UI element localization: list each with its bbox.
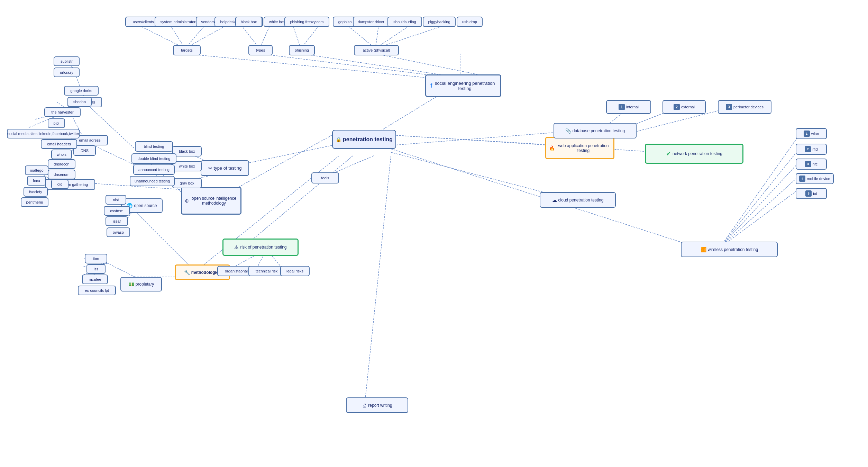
- mobile-node: 4 mobile device: [796, 173, 834, 184]
- mcafee-node: mcafee: [82, 275, 108, 284]
- fsociety-node: fsociety: [24, 187, 48, 197]
- warning-icon: ⚠: [234, 244, 239, 250]
- unannounced-node: unannounced testing: [130, 176, 175, 186]
- proprietary-node: 💵 propietary: [120, 277, 162, 291]
- svg-line-0: [374, 91, 446, 135]
- osstmm-node: osstmm: [104, 206, 130, 216]
- types-node: types: [248, 45, 273, 55]
- num-5: 5: [805, 190, 812, 197]
- tools-icon: 🔧: [184, 270, 190, 275]
- web-app-node: 🔥 web application penetration testing: [545, 137, 614, 159]
- check-icon: ✔: [666, 150, 671, 158]
- internal-node: 1 internal: [606, 100, 651, 114]
- black-box-se-node: black box: [235, 17, 262, 27]
- money-icon: 💵: [128, 281, 134, 287]
- social-media-node: social media sites linkedin,facebook,twi…: [7, 129, 80, 138]
- piggybacking-node: piggybacking: [423, 17, 456, 27]
- wlan-node: 1 wlan: [796, 128, 827, 139]
- shouldsurfing-node: shouldsurfing: [387, 17, 422, 27]
- center-node: 🔒 penetration testing: [332, 130, 396, 149]
- targets-node: targets: [173, 45, 201, 55]
- type-of-testing-node: ✂ type of testing: [201, 160, 249, 176]
- white-box-type-node: white box: [172, 161, 202, 171]
- svg-line-16: [375, 54, 477, 74]
- tech-risk-node: technical risk: [248, 266, 285, 276]
- whois-node: whois: [51, 150, 72, 159]
- black-box-type-node: black box: [172, 146, 202, 156]
- iot-node: 5 iot: [796, 188, 827, 199]
- legal-risk-node: legal risks: [280, 266, 310, 276]
- num-1: 1: [804, 131, 810, 137]
- cloud-node: ☁ cloud penetration testing: [540, 192, 616, 208]
- shodan-node: shodan: [67, 97, 92, 107]
- owasp-node: owasp: [107, 227, 130, 237]
- database-node: 📎 database penetration testing: [554, 123, 637, 138]
- number-badge-2: 2: [674, 104, 680, 110]
- cloud-icon: ☁: [552, 197, 557, 203]
- svg-line-71: [107, 263, 121, 270]
- foca-node: foca: [27, 176, 46, 186]
- svg-line-7: [391, 132, 567, 145]
- social-engineering-node: f social engineering penetration testing: [425, 74, 501, 97]
- sublistr-node: sublistr: [54, 56, 80, 66]
- lock-icon: 🔒: [336, 137, 341, 142]
- svg-line-70: [121, 270, 135, 277]
- tools-node: tools: [311, 172, 339, 183]
- dig-node: dig: [51, 179, 68, 189]
- maltego-node: maltego: [25, 165, 48, 175]
- phishing-frenzy-node: phishing frenzy.com: [284, 17, 329, 27]
- rfid-node: 2 rfid: [796, 144, 827, 155]
- svg-line-6: [249, 156, 353, 242]
- dnsrecon-node: dnsrecon: [48, 159, 75, 169]
- wifi-icon: 📶: [701, 247, 706, 252]
- announced-node: announced testing: [133, 164, 175, 175]
- svg-line-68: [135, 211, 197, 273]
- svg-line-34: [720, 162, 799, 248]
- google-dorks-node: google dorks: [64, 86, 99, 96]
- external-node: 2 external: [663, 100, 706, 114]
- osint-node: ⊕ open source intelligence methodology: [181, 187, 241, 215]
- blind-testing-node: blind testing: [135, 141, 173, 152]
- number-badge-3: 3: [726, 104, 732, 110]
- number-badge: 1: [619, 104, 625, 110]
- svg-line-13: [185, 54, 446, 80]
- svg-line-36: [720, 189, 799, 248]
- gray-box-node: gray box: [172, 178, 202, 188]
- risk-node: ⚠ risk of penetration testing: [222, 239, 299, 256]
- nfc-node: 3 nfc: [796, 159, 827, 170]
- printer-icon: 🖨: [362, 403, 367, 408]
- double-blind-node: double blind testing: [131, 153, 176, 164]
- active-physical-node: active (physical): [354, 45, 399, 55]
- network-node: ✔ network penetration testing: [645, 144, 743, 164]
- perimeter-node: 3 perimeter devices: [718, 100, 771, 114]
- report-node: 🖨 report writing: [346, 397, 408, 413]
- num-4: 4: [799, 176, 805, 182]
- phishing-node: phishing: [289, 45, 315, 55]
- iss-node: iss: [86, 264, 106, 274]
- num-3: 3: [805, 161, 811, 167]
- harvester-node: the harvester: [44, 107, 81, 117]
- svg-line-1: [391, 135, 560, 145]
- email-headers-node: email headers: [41, 139, 77, 149]
- urlcrazy-node: urlcrazy: [54, 68, 80, 77]
- dumpster-node: dumpster driver: [353, 17, 389, 27]
- svg-line-35: [720, 176, 799, 248]
- osint-icon: ⊕: [185, 198, 189, 204]
- ec-councils-node: ec-councils lpt: [78, 286, 116, 295]
- svg-line-9: [391, 152, 560, 197]
- issaf-node: issaf: [106, 216, 128, 226]
- usb-drop-node: usb drop: [457, 17, 483, 27]
- fire-icon: 🔥: [549, 145, 555, 151]
- scissors-icon: ✂: [208, 165, 212, 171]
- pipl-node: pipl: [48, 118, 65, 128]
- ibm-node: ibm: [85, 254, 107, 263]
- facebook-icon: f: [430, 83, 432, 89]
- num-2: 2: [805, 146, 811, 152]
- paperclip-icon: 📎: [565, 128, 571, 134]
- pentmenu-node: pentmenu: [21, 197, 48, 207]
- svg-line-11: [365, 156, 391, 402]
- dnsenum-node: dnsenum: [48, 170, 75, 179]
- nist-node: nist: [106, 195, 126, 205]
- wireless-node: 📶 wireless penetration testing: [681, 242, 778, 257]
